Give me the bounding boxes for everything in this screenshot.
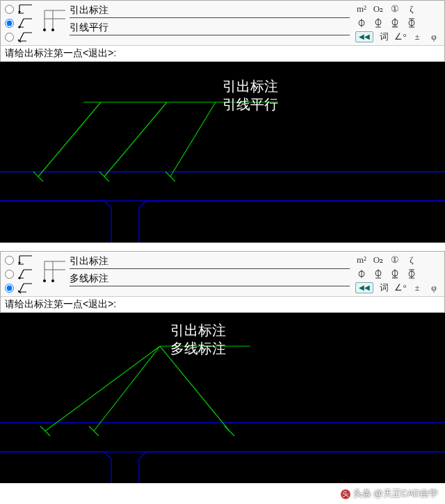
sym-phi-2-b[interactable] <box>372 268 385 279</box>
sym-circled-1[interactable]: ① <box>389 3 401 15</box>
leader-icon-style-0 <box>17 3 33 15</box>
drawing-canvas-1[interactable]: 引出标注 引线平行 <box>0 62 445 243</box>
canvas2-label-bottom: 多线标注 <box>170 339 226 358</box>
sym-m2-b[interactable]: m² <box>355 254 368 266</box>
svg-point-10 <box>43 279 46 282</box>
sym-phi-1-b[interactable] <box>355 268 368 279</box>
annotation-text-bottom[interactable] <box>70 21 350 35</box>
leader-icon-style-1 <box>17 17 33 29</box>
leader-style-radios <box>5 3 33 42</box>
leader-style-radios-2 <box>5 254 33 293</box>
leader-icon-style-2-b <box>17 282 33 293</box>
sym-zeta-b[interactable]: ζ <box>405 254 418 266</box>
canvas1-label-bottom: 引线平行 <box>222 95 278 114</box>
sym-phi-1[interactable] <box>355 17 368 29</box>
svg-point-3 <box>51 29 54 31</box>
panel-2: m² O₂ ① ζ ◀◀ 词 ∠° ± φ 请给出标注第一点<退出>: <box>0 251 445 313</box>
sym-phi-small[interactable]: φ <box>428 31 440 42</box>
radio-style-1[interactable] <box>5 17 33 29</box>
svg-point-1 <box>19 26 21 29</box>
sym-angle-b[interactable]: ∠° <box>394 282 407 293</box>
sym-angle[interactable]: ∠° <box>394 31 407 42</box>
sym-o2[interactable]: O₂ <box>372 3 385 15</box>
sym-word[interactable]: 词 <box>378 31 390 42</box>
panel-1: m² O₂ ① ζ ◀◀ 词 ∠° ± φ 请给出标注第一点<退出>: <box>0 0 445 62</box>
rewind-button[interactable]: ◀◀ <box>355 31 373 42</box>
leader-icon-style-1-b <box>17 268 33 279</box>
multi-leader-preview-icon <box>40 6 65 33</box>
canvas1-label-top: 引出标注 <box>222 77 278 96</box>
command-prompt-1: 请给出标注第一点<退出>: <box>1 45 444 61</box>
multi-leader-preview-icon-2 <box>40 257 65 284</box>
svg-point-2 <box>43 29 46 31</box>
sym-o2-b[interactable]: O₂ <box>372 254 385 266</box>
radio-style-2[interactable] <box>5 31 33 42</box>
leader-icon-style-2 <box>17 31 33 42</box>
svg-point-9 <box>19 277 21 279</box>
sym-circled-1-b[interactable]: ① <box>389 254 401 266</box>
toolbar-2: m² O₂ ① ζ ◀◀ 词 ∠° ± φ <box>1 252 444 296</box>
svg-point-11 <box>51 279 54 282</box>
symbol-palette-2: m² O₂ ① ζ ◀◀ 词 ∠° ± φ <box>355 254 440 293</box>
sym-plusminus[interactable]: ± <box>411 31 423 42</box>
rewind-button-b[interactable]: ◀◀ <box>355 282 373 293</box>
radio-style-0-b[interactable] <box>5 254 33 266</box>
sym-zeta[interactable]: ζ <box>405 3 418 15</box>
sym-plusminus-b[interactable]: ± <box>411 282 423 293</box>
annotation-text-bottom-2[interactable] <box>70 272 350 286</box>
radio-style-1-b[interactable] <box>5 268 33 279</box>
annotation-text-top-2[interactable] <box>70 254 350 269</box>
command-prompt-2: 请给出标注第一点<退出>: <box>1 296 444 312</box>
sym-word-b[interactable]: 词 <box>378 282 390 293</box>
toolbar-1: m² O₂ ① ζ ◀◀ 词 ∠° ± φ <box>1 1 444 45</box>
sym-phi-2[interactable] <box>372 17 385 29</box>
input-section <box>40 3 350 35</box>
sym-phi-3[interactable] <box>389 17 401 29</box>
sym-phi-4-b[interactable] <box>405 268 418 279</box>
symbol-palette: m² O₂ ① ζ ◀◀ 词 ∠° ± φ <box>355 3 440 42</box>
radio-style-0[interactable] <box>5 3 33 15</box>
annotation-text-top[interactable] <box>70 3 350 18</box>
sym-phi-small-b[interactable]: φ <box>428 282 440 293</box>
canvas2-label-top: 引出标注 <box>170 321 226 340</box>
sym-phi-3-b[interactable] <box>389 268 401 279</box>
sym-m2[interactable]: m² <box>355 3 368 15</box>
input-section-2 <box>40 254 350 286</box>
drawing-canvas-2[interactable]: 引出标注 多线标注 <box>0 313 445 483</box>
sym-phi-4[interactable] <box>405 17 418 29</box>
radio-style-2-b[interactable] <box>5 282 33 293</box>
leader-icon-style-0-b <box>17 254 33 266</box>
